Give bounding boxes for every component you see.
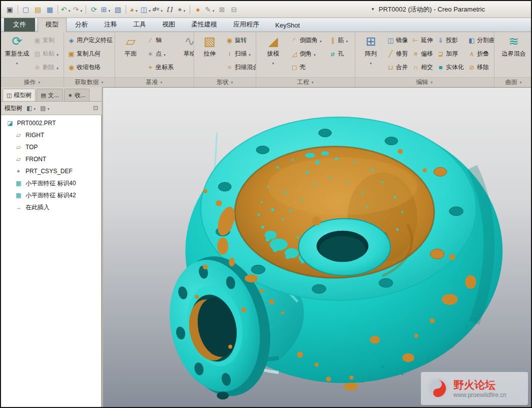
tab-tools[interactable]: 工具: [126, 18, 154, 32]
swept-blend-button[interactable]: ≈ 扫描混合: [224, 61, 256, 74]
qat-system-menu-icon[interactable]: ▣: [4, 4, 16, 16]
panel-tab-label: 模型树: [14, 91, 32, 100]
ribbon-group-engineering: ◢ 拔模 ◜ 倒圆角 ◿ 倒角: [256, 32, 355, 87]
tab-analysis[interactable]: 分析: [68, 18, 96, 32]
qat-annotation-display-icon[interactable]: [ ]: [164, 4, 176, 16]
panel-tab-folder-browser[interactable]: ▤ 文...: [37, 89, 63, 101]
3d-model-canvas[interactable]: [103, 88, 531, 407]
tree-item-facet-feature-42[interactable]: ▦ 小平面特征 标识42: [1, 189, 101, 201]
qat-regenerate-icon[interactable]: ⟳: [88, 4, 100, 16]
qat-sep-3[interactable]: [86, 5, 86, 14]
tab-annotate[interactable]: 注释: [97, 18, 125, 32]
tab-flexible-modeling[interactable]: 柔性建模: [184, 18, 225, 32]
qat-appearance-gallery-icon[interactable]: ◕: [128, 4, 140, 16]
ribbon-group-label-surfaces[interactable]: 曲面: [494, 77, 531, 87]
qat-save-icon[interactable]: ▦: [44, 4, 56, 16]
qat-glyph: ⌖: [178, 6, 182, 13]
qat-erase-icon[interactable]: ⊠: [216, 4, 228, 16]
delete-button[interactable]: ⊗ 删除: [32, 61, 62, 74]
tab-model[interactable]: 模型: [38, 18, 67, 32]
3d-viewport[interactable]: 野火论坛 www.proewildfire.cn: [103, 87, 531, 407]
watermark-url[interactable]: www.proewildfire.cn: [453, 391, 506, 398]
divide-surface-button[interactable]: ◧ 分割曲面: [466, 34, 494, 47]
tree-item-default-csys[interactable]: ⌖ PRT_CSYS_DEF: [1, 165, 101, 177]
copy-geometry-button[interactable]: ▣ 复制几何: [66, 48, 114, 61]
draft-button[interactable]: ◢ 拔模: [258, 33, 288, 75]
ribbon-group-label-get-data[interactable]: 获取数据: [64, 77, 115, 87]
qat-sep-5[interactable]: [190, 5, 190, 14]
qat-close-window-icon[interactable]: ⊟: [228, 4, 240, 16]
qat-windows-icon[interactable]: ⊞: [100, 4, 112, 16]
ribbon-button-icon: ∿: [185, 34, 194, 49]
boundary-blend-button[interactable]: ≋ 边界混合: [496, 33, 531, 75]
tree-filter-button[interactable]: ▤: [40, 105, 50, 112]
revolve-button[interactable]: ◉ 旋转: [224, 34, 256, 47]
ribbon-group-label-operations[interactable]: 操作: [1, 77, 64, 87]
rib-button[interactable]: ∥ 筋: [327, 34, 353, 47]
qat-alert-icon[interactable]: ●: [192, 4, 204, 16]
extrude-button[interactable]: ▧ 拉伸: [196, 33, 223, 75]
panel-tab-model-tree[interactable]: ◫ 模型树: [3, 89, 36, 101]
sketch-button[interactable]: ∿ 草绘: [176, 33, 194, 75]
solidify-button[interactable]: ■ 实体化: [435, 61, 465, 74]
ribbon-group-label-datum[interactable]: 基准: [115, 77, 194, 87]
pattern-button[interactable]: ⊞ 阵列: [357, 33, 384, 75]
tab-applications[interactable]: 应用程序: [226, 18, 267, 32]
qat-repaint-icon[interactable]: ▧: [112, 4, 124, 16]
tab-keyshot[interactable]: KeyShot: [268, 20, 307, 32]
qat-undo-icon[interactable]: ↶: [60, 4, 72, 16]
qat-redo-icon[interactable]: ↷: [72, 4, 84, 16]
offset-button[interactable]: ≡ 偏移: [410, 48, 434, 61]
shrinkwrap-button[interactable]: ◉ 收缩包络: [66, 61, 114, 74]
qat-display-style-icon[interactable]: ◫: [140, 4, 152, 16]
ribbon-group-label-engineering[interactable]: 工程: [256, 77, 355, 87]
qat-open-file-icon[interactable]: ▤: [32, 4, 44, 16]
extend-button[interactable]: ⊢ 延伸: [410, 34, 434, 47]
remove-button[interactable]: ⊘ 移除: [466, 61, 494, 74]
thicken-button[interactable]: ⊒ 加厚: [435, 48, 465, 61]
qat-datum-display-icon[interactable]: d=: [152, 4, 164, 16]
ribbon-group-label-editing[interactable]: 编辑: [355, 77, 494, 87]
dropdown-arrow-icon: [135, 6, 138, 14]
round-button[interactable]: ◜ 倒圆角: [289, 34, 327, 47]
hole-button[interactable]: ⌀ 孔: [327, 48, 353, 61]
tab-file[interactable]: 文件: [4, 18, 35, 32]
paste-button[interactable]: ▤ 粘贴: [32, 48, 62, 61]
tree-item-front-plane[interactable]: ▱ FRONT: [1, 153, 101, 165]
tree-item-icon: ▦: [15, 180, 23, 186]
shell-button[interactable]: ◻ 壳: [289, 61, 327, 74]
qat-sep-2[interactable]: [58, 5, 58, 14]
tree-item-right-plane[interactable]: ▱ RIGHT: [1, 129, 101, 141]
csys-button[interactable]: ⌖ 坐标系: [145, 61, 175, 74]
tree-item-top-plane[interactable]: ▱ TOP: [1, 141, 101, 153]
mirror-button[interactable]: ◫ 镜像: [385, 34, 409, 47]
sweep-button[interactable]: ≀ 扫描: [224, 48, 256, 61]
copy-button[interactable]: ▣ 复制: [32, 34, 62, 47]
tree-item-part-root[interactable]: ◪ PRT0002.PRT: [1, 117, 101, 129]
tab-view[interactable]: 视图: [155, 18, 183, 32]
fold-button[interactable]: ∧ 折叠: [466, 48, 494, 61]
regenerate-button[interactable]: ⟳ 重新生成: [3, 33, 31, 75]
tree-item-insert-here[interactable]: → 在此插入: [1, 201, 101, 213]
point-button[interactable]: ∗ 点: [145, 48, 175, 61]
qat-sep-1[interactable]: [18, 5, 18, 14]
trim-button[interactable]: ╱ 修剪: [385, 48, 409, 61]
ribbon-group-label-shapes[interactable]: 形状: [194, 77, 256, 87]
plane-button[interactable]: ▱ 平面: [117, 33, 144, 75]
udf-button[interactable]: ◈ 用户定义特征: [66, 34, 114, 47]
qat-sketcher-icon[interactable]: ✎: [204, 4, 216, 16]
model-switcher-caret-icon[interactable]: ▼: [371, 7, 375, 12]
tree-item-facet-feature-40[interactable]: ▦ 小平面特征 标识40: [1, 177, 101, 189]
qat-sep-4[interactable]: [126, 5, 126, 14]
axis-button[interactable]: ∕ 轴: [145, 34, 175, 47]
tree-options-button[interactable]: ⊡: [93, 105, 98, 112]
intersect-button[interactable]: ∩ 相交: [410, 61, 434, 74]
qat-new-file-icon[interactable]: ▢: [20, 4, 32, 16]
project-button[interactable]: ⇓ 投影: [435, 34, 465, 47]
qat-spin-center-icon[interactable]: ⌖: [176, 4, 188, 16]
tree-show-button[interactable]: ◧: [27, 105, 36, 112]
chamfer-button[interactable]: ◿ 倒角: [289, 48, 327, 61]
toolbar-button-icon: ◧: [27, 105, 32, 112]
merge-button[interactable]: ⊔ 合并: [385, 61, 409, 74]
panel-tab-favorites[interactable]: ∗ 收...: [64, 89, 90, 101]
